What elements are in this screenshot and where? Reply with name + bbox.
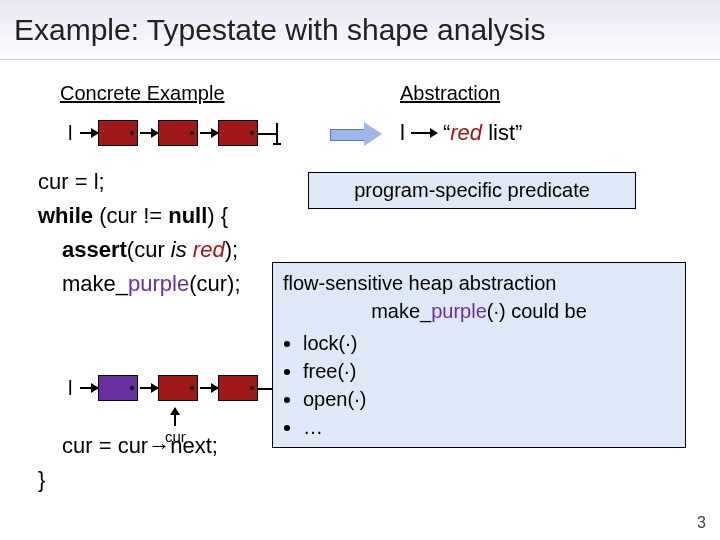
- list-node: [158, 120, 198, 146]
- arrow-icon: [200, 387, 218, 389]
- list-item: lock(·): [303, 329, 675, 357]
- callout-list: lock(·) free(·) open(·) …: [303, 329, 675, 441]
- big-arrow-icon: [330, 126, 380, 142]
- abs-red-word: red: [450, 120, 482, 145]
- list-label-l: l: [68, 377, 72, 400]
- linked-list-mid: l: [68, 375, 278, 401]
- list-node: [218, 375, 258, 401]
- cur-pointer: cur: [165, 408, 186, 445]
- list-node: [218, 120, 258, 146]
- code-block: cur = l; while (cur != null) { assert(cu…: [38, 165, 241, 497]
- slide: Example: Typestate with shape analysis C…: [0, 0, 720, 540]
- up-arrow-icon: [174, 408, 176, 426]
- callout-predicate: program-specific predicate: [308, 172, 636, 209]
- callout-heap: flow-sensitive heap abstraction make_pur…: [272, 262, 686, 448]
- list-item: …: [303, 413, 675, 441]
- arrow-icon: [80, 132, 98, 134]
- code-line: assert(cur is red);: [62, 233, 241, 267]
- list-node: [98, 120, 138, 146]
- list-label-l: l: [68, 122, 72, 145]
- abs-rest: list”: [482, 120, 522, 145]
- callout-could-be: make_purple(·) could be: [283, 297, 675, 325]
- linked-list-top: l: [68, 120, 278, 146]
- slide-number: 3: [697, 514, 706, 532]
- code-line: make_purple(cur);: [62, 267, 241, 301]
- code-line: while (cur != null) {: [38, 199, 241, 233]
- slide-title: Example: Typestate with shape analysis: [14, 13, 545, 47]
- list-node: [98, 375, 138, 401]
- code-line: }: [38, 463, 241, 497]
- cur-label: cur: [165, 428, 186, 445]
- arrow-icon: [140, 387, 158, 389]
- list-item: open(·): [303, 385, 675, 413]
- heading-abstraction: Abstraction: [400, 82, 500, 105]
- arrow-icon: [140, 132, 158, 134]
- abstraction-value: l “red list”: [400, 120, 522, 146]
- abs-l-label: l: [400, 120, 405, 146]
- null-terminator-icon: [276, 123, 278, 143]
- code-line: cur = cur→next;: [62, 429, 241, 463]
- code-line: cur = l;: [38, 165, 241, 199]
- heading-concrete: Concrete Example: [60, 82, 225, 105]
- callout-heap-line1: flow-sensitive heap abstraction: [283, 269, 675, 297]
- arrow-icon: [200, 132, 218, 134]
- list-node: [158, 375, 198, 401]
- title-band: Example: Typestate with shape analysis: [0, 0, 720, 60]
- arrow-icon: [80, 387, 98, 389]
- list-item: free(·): [303, 357, 675, 385]
- arrow-icon: [411, 132, 437, 134]
